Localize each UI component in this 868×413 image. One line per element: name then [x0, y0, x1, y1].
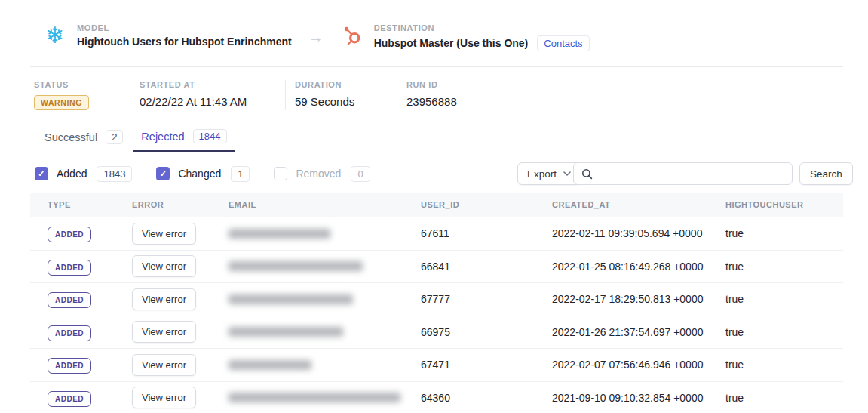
header-divider	[30, 66, 843, 67]
column-header-hightouchuser: HIGHTOUCHUSER	[725, 200, 843, 209]
user-id-cell: 66841	[421, 260, 552, 273]
column-header-error: ERROR	[132, 200, 229, 209]
hightouchuser-cell: true	[725, 392, 843, 404]
created-at-cell: 2022-01-26 21:37:54.697 +0000	[552, 326, 725, 338]
created-at-cell: 2022-02-17 18:29:50.813 +0000	[552, 293, 725, 305]
duration-label: DURATION	[295, 80, 397, 89]
run-info-bar: STATUS WARNING STARTED AT 02/22/22 At 11…	[34, 80, 457, 110]
view-error-button[interactable]: View error	[132, 255, 196, 277]
destination-label: DESTINATION	[374, 23, 590, 32]
email-redacted	[229, 261, 363, 271]
created-at-cell: 2021-09-10 09:10:32.854 +0000	[552, 392, 725, 404]
table-row: ADDED View error 66975 2022-01-26 21:37:…	[30, 316, 843, 350]
email-redacted	[229, 393, 400, 402]
created-at-cell: 2022-02-11 09:39:05.694 +0000	[552, 227, 725, 239]
removed-label: Removed	[296, 168, 341, 180]
user-id-cell: 66975	[421, 326, 552, 338]
view-error-button[interactable]: View error	[132, 387, 196, 408]
column-header-email: EMAIL	[229, 200, 421, 209]
user-id-cell: 67611	[421, 227, 552, 239]
tab-successful-label: Successful	[44, 131, 97, 143]
run-id-column: RUN ID 23956888	[397, 80, 457, 110]
email-redacted	[229, 294, 353, 304]
created-at-cell: 2022-02-07 07:56:46.946 +0000	[552, 359, 725, 371]
hightouchuser-cell: true	[725, 260, 843, 273]
table-row: ADDED View error 67777 2022-02-17 18:29:…	[30, 283, 843, 316]
search-icon	[581, 168, 593, 180]
fixed-column-divider	[204, 217, 204, 413]
removed-checkbox[interactable]	[274, 167, 287, 180]
table-header-row: TYPE ERROR EMAIL USER_ID CREATED_AT HIGH…	[30, 193, 843, 217]
type-badge: ADDED	[48, 391, 91, 407]
changed-label: Changed	[178, 168, 221, 180]
hightouchuser-cell: true	[725, 293, 843, 305]
view-error-button[interactable]: View error	[132, 223, 196, 245]
type-badge: ADDED	[48, 325, 91, 341]
hightouchuser-cell: true	[725, 326, 843, 338]
tab-rejected-label: Rejected	[141, 131, 184, 143]
chevron-down-icon	[563, 171, 571, 176]
filter-toolbar: ✓ Added 1843 ✓ Changed 1 Removed 0 Expor…	[0, 162, 868, 185]
type-badge: ADDED	[48, 292, 91, 308]
email-redacted	[229, 360, 311, 370]
run-id-label: RUN ID	[406, 80, 457, 89]
added-label: Added	[57, 168, 87, 180]
table-row: ADDED View error 67611 2022-02-11 09:39:…	[30, 217, 843, 251]
tab-rejected[interactable]: Rejected 1844	[133, 129, 234, 152]
table-body: ADDED View error 67611 2022-02-11 09:39:…	[30, 217, 843, 413]
column-header-type: TYPE	[48, 200, 132, 209]
view-error-button[interactable]: View error	[132, 354, 196, 376]
filter-changed[interactable]: ✓ Changed 1	[156, 166, 250, 182]
view-error-button[interactable]: View error	[132, 321, 196, 343]
contacts-link[interactable]: Contacts	[537, 35, 589, 51]
filter-removed[interactable]: Removed 0	[274, 166, 370, 182]
tab-rejected-count: 1844	[193, 129, 227, 143]
hightouchuser-cell: true	[725, 359, 843, 371]
search-field[interactable]	[573, 162, 793, 185]
added-count: 1843	[97, 166, 132, 182]
duration-value: 59 Seconds	[295, 95, 397, 108]
status-label: STATUS	[34, 80, 130, 89]
export-button[interactable]: Export	[517, 162, 581, 185]
destination-entity: DESTINATION Hubspot Master (Use this One…	[342, 23, 590, 51]
started-at-value: 02/22/22 At 11:43 AM	[140, 95, 285, 108]
type-badge: ADDED	[48, 260, 91, 276]
rejected-rows-table: TYPE ERROR EMAIL USER_ID CREATED_AT HIGH…	[30, 193, 843, 413]
created-at-cell: 2022-01-25 08:16:49.268 +0000	[552, 260, 725, 273]
started-at-label: STARTED AT	[140, 80, 285, 89]
column-header-user-id: USER_ID	[421, 200, 552, 209]
table-row: ADDED View error 64360 2021-09-10 09:10:…	[30, 382, 843, 413]
result-tabs: Successful 2 Rejected 1844	[37, 129, 235, 152]
started-at-column: STARTED AT 02/22/22 At 11:43 AM	[130, 80, 285, 110]
arrow-right-icon: →	[308, 29, 324, 45]
duration-column: DURATION 59 Seconds	[285, 80, 397, 110]
model-label: MODEL	[77, 23, 292, 32]
model-entity: ❄ MODEL Hightouch Users for Hubspot Enri…	[43, 23, 292, 48]
snowflake-icon: ❄	[43, 23, 67, 48]
search-button[interactable]: Search	[799, 162, 853, 185]
user-id-cell: 67777	[421, 293, 552, 305]
view-error-button[interactable]: View error	[132, 288, 196, 310]
tab-successful-count: 2	[106, 130, 123, 144]
changed-count: 1	[231, 166, 250, 182]
filter-added[interactable]: ✓ Added 1843	[35, 166, 132, 182]
user-id-cell: 67471	[421, 359, 552, 371]
export-label: Export	[527, 168, 557, 180]
email-redacted	[229, 229, 330, 239]
added-checkbox[interactable]: ✓	[35, 167, 48, 180]
destination-name: Hubspot Master (Use this One)	[374, 37, 529, 50]
status-column: STATUS WARNING	[34, 80, 130, 110]
model-name: Hightouch Users for Hubspot Enrinchment	[77, 35, 292, 48]
hubspot-icon	[342, 24, 364, 47]
status-badge: WARNING	[34, 95, 89, 110]
column-header-created-at: CREATED_AT	[552, 200, 725, 209]
changed-checkbox[interactable]: ✓	[156, 167, 170, 180]
type-badge: ADDED	[48, 358, 91, 374]
run-header: ❄ MODEL Hightouch Users for Hubspot Enri…	[43, 23, 590, 51]
removed-count: 0	[351, 166, 370, 182]
tab-successful[interactable]: Successful 2	[37, 129, 130, 152]
type-badge: ADDED	[48, 227, 91, 242]
filter-checkboxes: ✓ Added 1843 ✓ Changed 1 Removed 0	[35, 162, 370, 185]
table-row: ADDED View error 67471 2022-02-07 07:56:…	[30, 349, 843, 382]
search-input[interactable]	[599, 168, 792, 180]
